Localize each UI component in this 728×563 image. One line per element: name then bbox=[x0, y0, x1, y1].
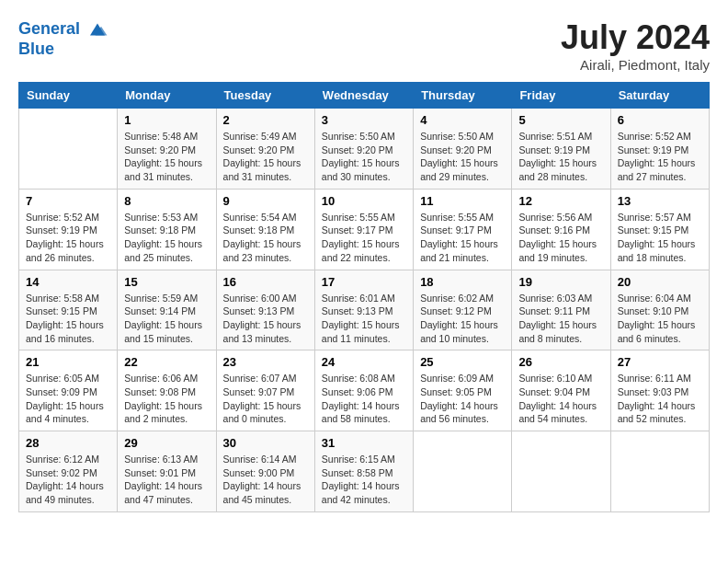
calendar-cell: 5 Sunrise: 5:51 AM Sunset: 9:19 PM Dayli… bbox=[512, 109, 610, 190]
sunset-text: Sunset: 9:17 PM bbox=[322, 224, 393, 236]
calendar-cell bbox=[512, 431, 610, 512]
day-number: 7 bbox=[26, 194, 110, 208]
sunset-text: Sunset: 9:04 PM bbox=[518, 386, 590, 397]
sunrise-text: Sunrise: 5:49 AM bbox=[223, 131, 297, 142]
calendar-cell bbox=[19, 109, 118, 190]
day-number: 5 bbox=[518, 113, 603, 127]
daylight-text: Daylight: 15 hours and 0 minutes. bbox=[223, 400, 301, 425]
daylight-text: Daylight: 15 hours and 11 minutes. bbox=[322, 319, 400, 344]
logo-icon bbox=[86, 18, 108, 40]
day-info: Sunrise: 6:03 AM Sunset: 9:11 PM Dayligh… bbox=[518, 292, 603, 346]
day-info: Sunrise: 6:15 AM Sunset: 8:58 PM Dayligh… bbox=[322, 453, 406, 507]
weekday-header: Monday bbox=[118, 83, 216, 109]
sunset-text: Sunset: 9:20 PM bbox=[223, 144, 295, 155]
day-info: Sunrise: 6:01 AM Sunset: 9:13 PM Dayligh… bbox=[322, 292, 406, 346]
sunrise-text: Sunrise: 6:01 AM bbox=[322, 293, 395, 304]
sunset-text: Sunset: 9:13 PM bbox=[322, 305, 393, 316]
sunrise-text: Sunrise: 6:03 AM bbox=[518, 293, 592, 304]
daylight-text: Daylight: 14 hours and 54 minutes. bbox=[518, 400, 597, 425]
calendar-cell: 16 Sunrise: 6:00 AM Sunset: 9:13 PM Dayl… bbox=[216, 270, 314, 350]
sunrise-text: Sunrise: 5:56 AM bbox=[518, 212, 592, 223]
day-number: 2 bbox=[223, 113, 308, 127]
day-number: 8 bbox=[124, 194, 209, 208]
sunset-text: Sunset: 9:20 PM bbox=[420, 144, 492, 155]
sunset-text: Sunset: 9:06 PM bbox=[322, 386, 393, 397]
calendar-cell: 2 Sunrise: 5:49 AM Sunset: 9:20 PM Dayli… bbox=[216, 109, 314, 190]
calendar-cell: 27 Sunrise: 6:11 AM Sunset: 9:03 PM Dayl… bbox=[610, 350, 709, 431]
sunrise-text: Sunrise: 6:06 AM bbox=[124, 373, 198, 384]
weekday-header: Friday bbox=[512, 83, 610, 109]
daylight-text: Daylight: 15 hours and 27 minutes. bbox=[618, 157, 696, 182]
sunrise-text: Sunrise: 5:55 AM bbox=[420, 212, 494, 223]
calendar-table: SundayMondayTuesdayWednesdayThursdayFrid… bbox=[18, 82, 710, 512]
calendar-header-row: SundayMondayTuesdayWednesdayThursdayFrid… bbox=[19, 83, 710, 109]
sunrise-text: Sunrise: 6:11 AM bbox=[618, 373, 691, 384]
daylight-text: Daylight: 15 hours and 6 minutes. bbox=[618, 319, 696, 344]
day-number: 25 bbox=[420, 355, 505, 369]
sunrise-text: Sunrise: 5:52 AM bbox=[26, 212, 99, 223]
daylight-text: Daylight: 15 hours and 31 minutes. bbox=[223, 157, 301, 182]
calendar-cell: 20 Sunrise: 6:04 AM Sunset: 9:10 PM Dayl… bbox=[610, 270, 709, 350]
weekday-header: Saturday bbox=[610, 83, 709, 109]
day-info: Sunrise: 5:53 AM Sunset: 9:18 PM Dayligh… bbox=[124, 211, 209, 265]
day-number: 14 bbox=[26, 275, 110, 289]
calendar-cell: 26 Sunrise: 6:10 AM Sunset: 9:04 PM Dayl… bbox=[512, 350, 610, 431]
calendar-cell: 8 Sunrise: 5:53 AM Sunset: 9:18 PM Dayli… bbox=[118, 189, 216, 270]
calendar-cell: 29 Sunrise: 6:13 AM Sunset: 9:01 PM Dayl… bbox=[118, 431, 216, 512]
sunset-text: Sunset: 9:07 PM bbox=[223, 386, 295, 397]
day-info: Sunrise: 6:13 AM Sunset: 9:01 PM Dayligh… bbox=[124, 453, 209, 507]
daylight-text: Daylight: 14 hours and 58 minutes. bbox=[322, 400, 400, 425]
day-number: 6 bbox=[618, 113, 702, 127]
calendar-cell: 7 Sunrise: 5:52 AM Sunset: 9:19 PM Dayli… bbox=[19, 189, 118, 270]
calendar-cell: 31 Sunrise: 6:15 AM Sunset: 8:58 PM Dayl… bbox=[314, 431, 413, 512]
sunset-text: Sunset: 9:09 PM bbox=[26, 386, 97, 397]
daylight-text: Daylight: 15 hours and 28 minutes. bbox=[518, 157, 597, 182]
daylight-text: Daylight: 15 hours and 25 minutes. bbox=[124, 238, 202, 263]
weekday-header: Thursday bbox=[414, 83, 512, 109]
day-info: Sunrise: 5:48 AM Sunset: 9:20 PM Dayligh… bbox=[124, 130, 209, 184]
day-number: 30 bbox=[223, 436, 308, 450]
sunset-text: Sunset: 9:19 PM bbox=[518, 144, 590, 155]
day-info: Sunrise: 5:56 AM Sunset: 9:16 PM Dayligh… bbox=[518, 211, 603, 265]
day-number: 12 bbox=[518, 194, 603, 208]
day-number: 24 bbox=[322, 355, 406, 369]
calendar-cell: 9 Sunrise: 5:54 AM Sunset: 9:18 PM Dayli… bbox=[216, 189, 314, 270]
day-info: Sunrise: 5:55 AM Sunset: 9:17 PM Dayligh… bbox=[322, 211, 406, 265]
calendar-cell: 30 Sunrise: 6:14 AM Sunset: 9:00 PM Dayl… bbox=[216, 431, 314, 512]
day-info: Sunrise: 5:57 AM Sunset: 9:15 PM Dayligh… bbox=[618, 211, 702, 265]
day-info: Sunrise: 5:54 AM Sunset: 9:18 PM Dayligh… bbox=[223, 211, 308, 265]
daylight-text: Daylight: 15 hours and 19 minutes. bbox=[518, 238, 597, 263]
day-number: 4 bbox=[420, 113, 505, 127]
day-number: 31 bbox=[322, 436, 406, 450]
daylight-text: Daylight: 14 hours and 42 minutes. bbox=[322, 480, 400, 505]
daylight-text: Daylight: 14 hours and 47 minutes. bbox=[124, 480, 202, 505]
day-info: Sunrise: 6:08 AM Sunset: 9:06 PM Dayligh… bbox=[322, 372, 406, 426]
day-number: 18 bbox=[420, 275, 505, 289]
day-info: Sunrise: 6:05 AM Sunset: 9:09 PM Dayligh… bbox=[26, 372, 110, 426]
sunset-text: Sunset: 9:08 PM bbox=[124, 386, 196, 397]
sunset-text: Sunset: 9:15 PM bbox=[26, 305, 97, 316]
sunset-text: Sunset: 9:19 PM bbox=[618, 144, 689, 155]
daylight-text: Daylight: 15 hours and 16 minutes. bbox=[26, 319, 104, 344]
daylight-text: Daylight: 15 hours and 2 minutes. bbox=[124, 400, 202, 425]
calendar-cell: 12 Sunrise: 5:56 AM Sunset: 9:16 PM Dayl… bbox=[512, 189, 610, 270]
daylight-text: Daylight: 15 hours and 31 minutes. bbox=[124, 157, 202, 182]
calendar-cell: 3 Sunrise: 5:50 AM Sunset: 9:20 PM Dayli… bbox=[314, 109, 413, 190]
daylight-text: Daylight: 15 hours and 29 minutes. bbox=[420, 157, 498, 182]
day-number: 9 bbox=[223, 194, 308, 208]
calendar-week-row: 21 Sunrise: 6:05 AM Sunset: 9:09 PM Dayl… bbox=[19, 350, 710, 431]
weekday-header: Wednesday bbox=[314, 83, 413, 109]
sunrise-text: Sunrise: 5:57 AM bbox=[618, 212, 691, 223]
sunset-text: Sunset: 9:20 PM bbox=[124, 144, 196, 155]
day-number: 23 bbox=[223, 355, 308, 369]
sunset-text: Sunset: 9:13 PM bbox=[223, 305, 295, 316]
sunrise-text: Sunrise: 6:12 AM bbox=[26, 454, 99, 465]
weekday-header: Tuesday bbox=[216, 83, 314, 109]
daylight-text: Daylight: 14 hours and 45 minutes. bbox=[223, 480, 301, 505]
day-info: Sunrise: 5:59 AM Sunset: 9:14 PM Dayligh… bbox=[124, 292, 209, 346]
sunrise-text: Sunrise: 5:50 AM bbox=[322, 131, 395, 142]
sunrise-text: Sunrise: 6:15 AM bbox=[322, 454, 395, 465]
day-info: Sunrise: 5:52 AM Sunset: 9:19 PM Dayligh… bbox=[26, 211, 110, 265]
sunset-text: Sunset: 9:02 PM bbox=[26, 467, 97, 478]
calendar-cell: 4 Sunrise: 5:50 AM Sunset: 9:20 PM Dayli… bbox=[414, 109, 512, 190]
